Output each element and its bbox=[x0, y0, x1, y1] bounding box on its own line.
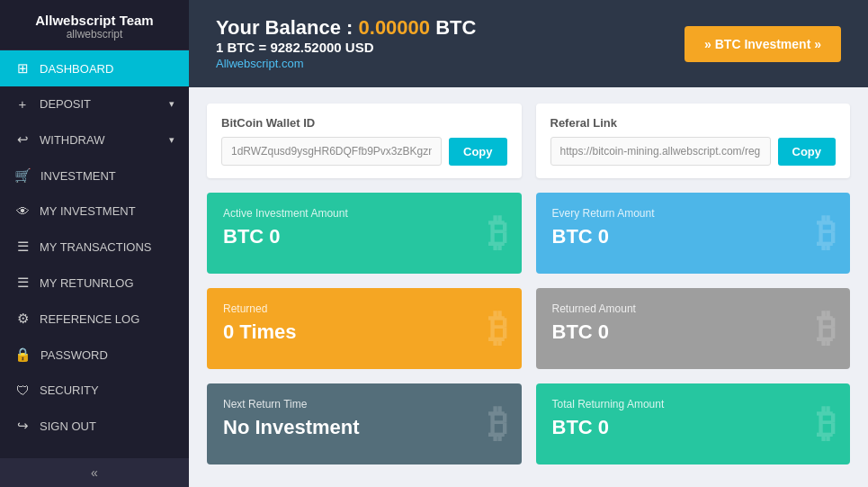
sidebar-item-security[interactable]: 🛡 SECURITY bbox=[0, 373, 189, 408]
sidebar-item-label: MY TRANSACTIONS bbox=[40, 240, 151, 254]
referral-label: Referal Link bbox=[550, 116, 837, 130]
stat-value-active-investment: BTC 0 bbox=[223, 225, 506, 248]
stat-card-every-return: Every Return Amount BTC 0 ₿ bbox=[536, 193, 851, 274]
investment-icon: 🛒 bbox=[14, 167, 31, 184]
sidebar-item-dashboard[interactable]: ⊞ DASHBOARD bbox=[0, 50, 189, 86]
sidebar-item-deposit[interactable]: + DEPOSIT ▾ bbox=[0, 86, 189, 122]
stat-label-active-investment: Active Investment Amount bbox=[223, 207, 506, 220]
sidebar-header: Allwebscript Team allwebscript bbox=[0, 0, 189, 50]
sidebar-item-label: INVESTMENT bbox=[40, 169, 116, 183]
stat-value-returned-amount: BTC 0 bbox=[552, 320, 835, 344]
referral-card: Referal Link Copy bbox=[536, 104, 851, 178]
btc-icon-total-returning: ₿ bbox=[817, 402, 836, 446]
wallet-input[interactable] bbox=[221, 137, 442, 166]
dashboard-icon: ⊞ bbox=[14, 60, 31, 77]
sidebar-item-label: SECURITY bbox=[40, 383, 99, 397]
btc-icon-next-return: ₿ bbox=[488, 402, 507, 446]
stat-value-total-returning: BTC 0 bbox=[552, 416, 835, 439]
stat-label-returned: Returned bbox=[223, 302, 506, 315]
stat-label-next-return: Next Return Time bbox=[223, 398, 506, 410]
password-icon: 🔒 bbox=[14, 347, 31, 363]
sidebar-item-label: DASHBOARD bbox=[40, 62, 113, 76]
stat-card-total-returning: Total Returning Amount BTC 0 ₿ bbox=[536, 383, 851, 464]
sidebar: Allwebscript Team allwebscript ⊞ DASHBOA… bbox=[0, 0, 189, 487]
balance-amount: 0.00000 bbox=[359, 16, 431, 39]
balance-label: Your Balance : bbox=[216, 16, 359, 39]
main-content: Your Balance : 0.00000 BTC 1 BTC = 9282.… bbox=[189, 0, 868, 487]
stat-label-returned-amount: Returned Amount bbox=[552, 302, 835, 315]
stat-label-total-returning: Total Returning Amount bbox=[552, 398, 835, 410]
my-transactions-icon: ☰ bbox=[14, 239, 31, 255]
balance-line: Your Balance : 0.00000 BTC bbox=[216, 16, 476, 40]
sign-out-icon: ↪ bbox=[14, 418, 31, 434]
stat-label-every-return: Every Return Amount bbox=[552, 207, 835, 220]
sidebar-item-my-returnlog[interactable]: ☰ MY RETUNRLOG bbox=[0, 265, 189, 301]
btc-icon-active-investment: ₿ bbox=[488, 212, 507, 255]
sidebar-item-label: WITHDRAW bbox=[40, 133, 104, 147]
sidebar-item-investment[interactable]: 🛒 INVESTMENT bbox=[0, 158, 189, 194]
sidebar-item-label: PASSWORD bbox=[40, 348, 108, 362]
stat-card-active-investment: Active Investment Amount BTC 0 ₿ bbox=[207, 193, 522, 274]
top-row: BitCoin Wallet ID Copy Referal Link Copy bbox=[207, 104, 850, 178]
stats-grid: Active Investment Amount BTC 0 ₿ Every R… bbox=[207, 193, 850, 464]
stat-card-next-return: Next Return Time No Investment ₿ bbox=[207, 383, 522, 464]
wallet-input-row: Copy bbox=[221, 137, 507, 166]
sidebar-collapse-button[interactable]: « bbox=[0, 458, 189, 487]
btc-icon-returned: ₿ bbox=[488, 307, 507, 350]
stat-card-returned-amount: Returned Amount BTC 0 ₿ bbox=[536, 288, 851, 369]
wallet-copy-button[interactable]: Copy bbox=[449, 138, 507, 166]
sidebar-nav: ⊞ DASHBOARD + DEPOSIT ▾↩ WITHDRAW ▾🛒 INV… bbox=[0, 50, 189, 458]
btc-icon-returned-amount: ₿ bbox=[817, 307, 836, 350]
stat-value-returned: 0 Times bbox=[223, 320, 506, 344]
sidebar-arrow: ▾ bbox=[169, 98, 174, 110]
cards-area: BitCoin Wallet ID Copy Referal Link Copy… bbox=[189, 87, 868, 487]
sidebar-item-reference-log[interactable]: ⚙ REFERENCE LOG bbox=[0, 301, 189, 337]
balance-info: Your Balance : 0.00000 BTC 1 BTC = 9282.… bbox=[216, 16, 476, 71]
referral-input[interactable] bbox=[550, 137, 771, 166]
site-link[interactable]: Allwebscript.com bbox=[216, 57, 304, 70]
sidebar-item-withdraw[interactable]: ↩ WITHDRAW ▾ bbox=[0, 122, 189, 158]
sidebar-item-label: REFERENCE LOG bbox=[40, 312, 139, 326]
sidebar-item-my-investment[interactable]: 👁 MY INVESTMENT bbox=[0, 194, 189, 229]
sidebar-item-label: MY RETUNRLOG bbox=[40, 276, 134, 290]
balance-currency: BTC bbox=[435, 16, 476, 39]
reference-log-icon: ⚙ bbox=[14, 311, 31, 327]
sidebar-item-sign-out[interactable]: ↪ SIGN OUT bbox=[0, 408, 189, 444]
security-icon: 🛡 bbox=[14, 383, 31, 398]
deposit-icon: + bbox=[14, 96, 31, 112]
stat-value-every-return: BTC 0 bbox=[552, 225, 835, 248]
team-sub: allwebscript bbox=[14, 28, 174, 41]
stat-value-next-return: No Investment bbox=[223, 416, 506, 439]
my-investment-icon: 👁 bbox=[14, 203, 31, 219]
sidebar-item-label: SIGN OUT bbox=[40, 419, 96, 433]
invest-button[interactable]: » BTC Investment » bbox=[685, 26, 841, 62]
rate-line: 1 BTC = 9282.52000 USD bbox=[216, 40, 476, 55]
sidebar-item-my-transactions[interactable]: ☰ MY TRANSACTIONS bbox=[0, 229, 189, 265]
btc-icon-every-return: ₿ bbox=[817, 212, 836, 255]
referral-copy-button[interactable]: Copy bbox=[778, 138, 837, 166]
sidebar-item-password[interactable]: 🔒 PASSWORD bbox=[0, 337, 189, 373]
team-name: Allwebscript Team bbox=[14, 13, 174, 28]
wallet-label: BitCoin Wallet ID bbox=[221, 116, 507, 130]
sidebar-item-label: MY INVESTMENT bbox=[40, 204, 136, 218]
header-bar: Your Balance : 0.00000 BTC 1 BTC = 9282.… bbox=[189, 0, 868, 87]
sidebar-arrow: ▾ bbox=[169, 134, 174, 146]
stat-card-returned: Returned 0 Times ₿ bbox=[207, 288, 522, 369]
withdraw-icon: ↩ bbox=[14, 131, 31, 148]
wallet-card: BitCoin Wallet ID Copy bbox=[207, 104, 522, 178]
referral-input-row: Copy bbox=[550, 137, 837, 166]
sidebar-item-label: DEPOSIT bbox=[40, 97, 91, 111]
my-returnlog-icon: ☰ bbox=[14, 275, 31, 291]
